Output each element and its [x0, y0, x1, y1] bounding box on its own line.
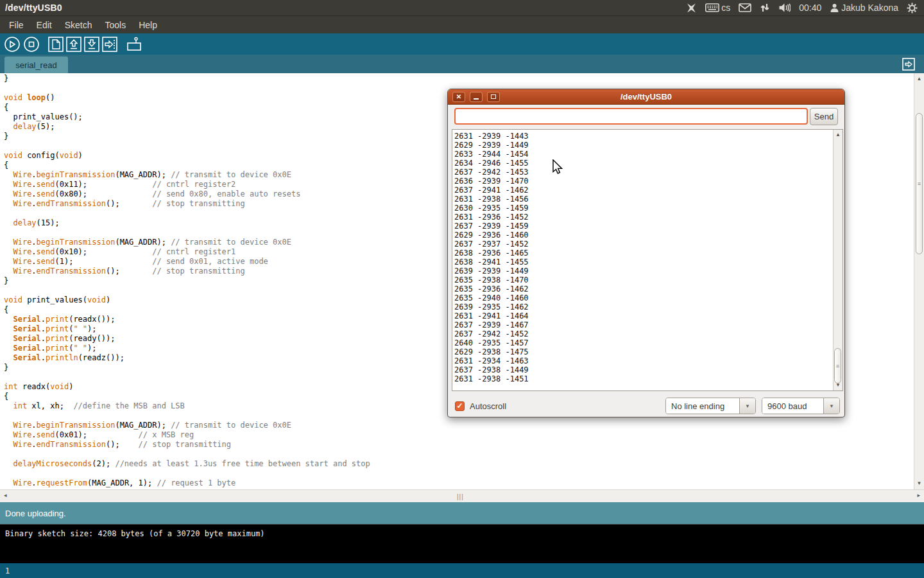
window-close-button[interactable]: ✕: [452, 92, 465, 102]
chevron-down-icon: ▼: [823, 398, 839, 414]
menubar: FileEditSketchToolsHelp: [0, 16, 924, 33]
ide-toolbar: [0, 33, 924, 55]
minimize-icon: [474, 98, 479, 100]
open-sketch-button[interactable]: [65, 36, 82, 53]
serial-scrollbar[interactable]: ▲ ▼: [833, 130, 843, 390]
horizontal-scroll-grip[interactable]: |||: [457, 493, 464, 500]
scroll-up-arrow[interactable]: ▲: [914, 76, 924, 82]
serial-line: 2631 -2936 -1452: [454, 213, 832, 222]
code-line: delayMicroseconds(2); //needs at least 1…: [4, 459, 914, 469]
serial-line: 2637 -2941 -1462: [454, 186, 832, 195]
serial-line: 2629 -2936 -1460: [454, 231, 832, 240]
serial-line: 2635 -2938 -1470: [454, 276, 832, 285]
serial-send-input[interactable]: [454, 108, 808, 125]
serial-line: 2630 -2935 -1459: [454, 204, 832, 213]
serial-monitor-icon: [125, 36, 143, 53]
send-button[interactable]: Send: [810, 108, 838, 125]
new-sketch-button[interactable]: [47, 36, 64, 53]
serial-line: 2639 -2935 -1462: [454, 302, 832, 311]
serial-line: 2637 -2939 -1467: [454, 320, 832, 329]
serial-line: 2635 -2940 -1460: [454, 293, 832, 302]
serial-monitor-button[interactable]: [125, 36, 143, 53]
serial-scroll-up-arrow[interactable]: ▲: [834, 132, 843, 138]
code-line: [4, 469, 914, 478]
menu-item-help[interactable]: Help: [132, 17, 164, 33]
panel-window-title: /dev/ttyUSB0: [0, 3, 62, 13]
serial-monitor-title: /dev/ttyUSB0: [448, 92, 844, 101]
tab-serial-read[interactable]: serial_read: [4, 57, 68, 73]
tabbar: serial_read: [0, 55, 924, 73]
code-line: Wire.send(0x01); // x MSB reg: [4, 430, 914, 440]
code-line: }: [4, 74, 914, 83]
serial-line: 2638 -2936 -1465: [454, 249, 832, 258]
verify-play-icon: [3, 35, 21, 53]
code-line: Wire.requestFrom(MAG_ADDR, 1); // reques…: [4, 478, 914, 488]
keyboard-layout-label: cs: [721, 3, 730, 13]
tab-label: serial_read: [15, 60, 56, 70]
scroll-left-arrow[interactable]: ◂: [4, 492, 7, 498]
menu-item-tools[interactable]: Tools: [99, 17, 133, 33]
system-tray: cs 00:40 Jakub Kakona: [686, 3, 924, 13]
network-indicator-icon[interactable]: [760, 3, 770, 13]
save-down-arrow-icon: [83, 36, 100, 53]
menu-item-file[interactable]: File: [3, 17, 30, 33]
editor-scroll-thumb[interactable]: [916, 113, 923, 254]
scroll-right-arrow[interactable]: ▸: [917, 492, 920, 498]
volume-indicator-icon[interactable]: [778, 3, 791, 13]
serial-monitor-window: ✕ /dev/ttyUSB0 Send 2631 -2939 -14432629…: [447, 89, 845, 417]
serial-monitor-titlebar[interactable]: ✕ /dev/ttyUSB0: [448, 89, 844, 105]
user-name: Jakub Kakona: [841, 3, 898, 13]
serial-scroll-thumb[interactable]: [834, 348, 841, 383]
status-bar: Done uploading.: [0, 502, 924, 524]
line-ending-value: No line ending: [666, 398, 739, 414]
serial-monitor-controls: ✓ Autoscroll No line ending ▼ 9600 baud …: [448, 396, 844, 416]
save-sketch-button[interactable]: [83, 36, 100, 53]
serial-output-area[interactable]: 2631 -2939 -14432629 -2939 -14492633 -29…: [452, 129, 843, 391]
build-console: Binary sketch size: 4208 bytes (of a 307…: [0, 524, 924, 563]
baud-rate-dropdown[interactable]: 9600 baud ▼: [762, 398, 840, 414]
serial-input-row: Send: [448, 105, 844, 129]
stop-button[interactable]: [22, 35, 40, 53]
status-message: Done uploading.: [5, 509, 66, 518]
editor-vertical-scrollbar[interactable]: ▲ ▼: [914, 73, 924, 489]
autoscroll-checkbox[interactable]: ✓: [455, 401, 465, 411]
serial-line: 2637 -2937 -1452: [454, 240, 832, 249]
mail-indicator-icon[interactable]: [739, 3, 751, 12]
clock[interactable]: 00:40: [799, 3, 821, 13]
chevron-down-icon: ▼: [739, 398, 755, 414]
serial-line: 2631 -2938 -1451: [454, 374, 832, 383]
menu-item-edit[interactable]: Edit: [30, 17, 58, 33]
updates-indicator-icon[interactable]: [686, 3, 697, 13]
serial-line: 2637 -2938 -1449: [454, 365, 832, 374]
upload-button[interactable]: [101, 36, 118, 53]
serial-line: 2629 -2939 -1449: [454, 141, 832, 150]
baud-rate-value: 9600 baud: [762, 398, 823, 414]
keyboard-layout-indicator[interactable]: cs: [705, 3, 730, 13]
serial-line: 2634 -2946 -1455: [454, 159, 832, 168]
serial-line: 2637 -2942 -1453: [454, 168, 832, 177]
new-file-icon: [47, 36, 64, 53]
serial-line: 2631 -2939 -1443: [454, 132, 832, 141]
serial-scroll-down-arrow[interactable]: ▼: [834, 382, 843, 389]
window-maximize-button[interactable]: [487, 92, 500, 102]
session-gear-icon[interactable]: [907, 3, 918, 13]
window-minimize-button[interactable]: [470, 92, 483, 102]
tab-menu-arrow-icon: [902, 58, 915, 71]
tab-menu-button[interactable]: [902, 58, 915, 71]
console-text: Binary sketch size: 4208 bytes (of a 307…: [5, 529, 265, 538]
open-up-arrow-icon: [65, 36, 82, 53]
top-panel: /dev/ttyUSB0 cs 00:40 Jakub Kakona: [0, 0, 924, 16]
serial-line: 2629 -2938 -1475: [454, 347, 832, 356]
serial-line: 2631 -2938 -1456: [454, 195, 832, 204]
scroll-down-arrow[interactable]: ▼: [914, 480, 924, 487]
serial-line: 2640 -2935 -1457: [454, 338, 832, 347]
user-menu[interactable]: Jakub Kakona: [830, 3, 898, 13]
serial-line: 2633 -2944 -1454: [454, 150, 832, 159]
close-icon: ✕: [456, 94, 461, 100]
verify-button[interactable]: [3, 35, 21, 53]
editor-horizontal-scrollbar[interactable]: ◂ ||| ▸: [0, 489, 924, 502]
line-number-bar: 1: [0, 563, 924, 578]
serial-line: 2631 -2934 -1463: [454, 356, 832, 365]
menu-item-sketch[interactable]: Sketch: [58, 17, 99, 33]
line-ending-dropdown[interactable]: No line ending ▼: [665, 398, 756, 414]
